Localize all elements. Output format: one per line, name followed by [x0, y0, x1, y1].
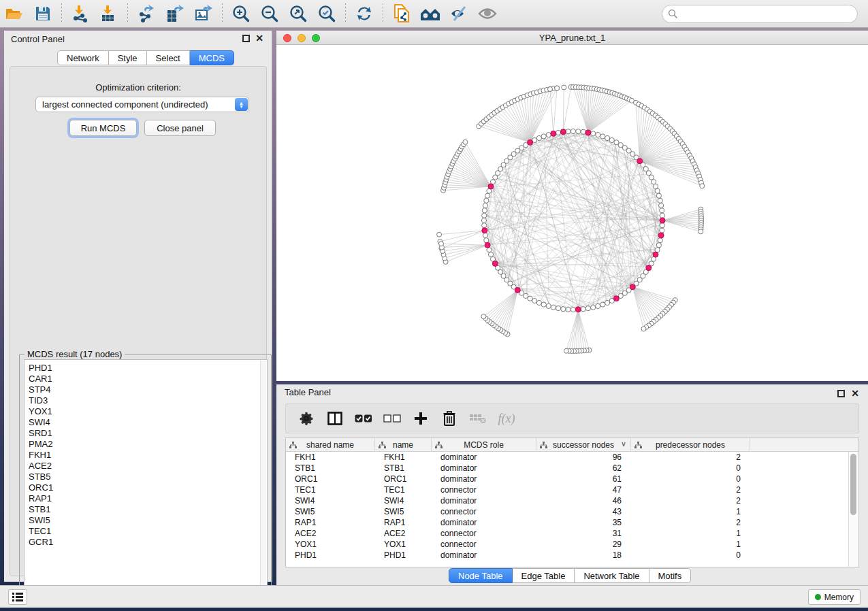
close-table-panel-icon[interactable]: ✕: [851, 388, 859, 399]
column-header-MCDS-role[interactable]: MCDS role: [432, 438, 536, 452]
task-history-button[interactable]: [8, 589, 27, 605]
table-cell: YOX1: [375, 539, 432, 550]
first-neighbors-icon[interactable]: [419, 3, 442, 24]
criterion-dropdown[interactable]: largest connected component (undirected)…: [35, 97, 249, 112]
mcds-result-item[interactable]: TID3: [29, 395, 267, 406]
table-cell: 1: [631, 539, 750, 550]
mcds-result-item[interactable]: PMA2: [29, 439, 267, 450]
table-cell: dominator: [432, 495, 536, 506]
memory-button[interactable]: Memory: [808, 589, 861, 605]
export-network-icon[interactable]: [135, 3, 158, 24]
mcds-result-item[interactable]: SRD1: [29, 428, 267, 439]
import-network-icon[interactable]: [69, 3, 92, 24]
settings-icon[interactable]: [297, 409, 316, 428]
table-row[interactable]: YOX1YOX1connector291: [286, 539, 858, 550]
hide-selected-icon[interactable]: [447, 3, 470, 24]
mcds-result-item[interactable]: SWI4: [29, 417, 267, 428]
toolbar-separator: [61, 3, 62, 24]
mcds-result-item[interactable]: ORC1: [29, 482, 267, 493]
table-row[interactable]: FKH1FKH1dominator962: [286, 452, 858, 463]
mcds-result-item[interactable]: ACE2: [29, 461, 267, 472]
table-row[interactable]: TEC1TEC1connector472: [286, 484, 858, 495]
table-row[interactable]: RAP1RAP1dominator352: [286, 517, 858, 528]
mcds-tab-content: Optimization criterion: largest connecte…: [10, 66, 267, 576]
tab-network[interactable]: Network: [57, 50, 109, 65]
select-all-icon[interactable]: [354, 409, 373, 428]
zoom-fit-icon[interactable]: [287, 3, 310, 24]
mcds-result-item[interactable]: SWI5: [29, 515, 267, 526]
search-input[interactable]: [678, 7, 857, 21]
tab-mcds[interactable]: MCDS: [190, 50, 234, 65]
tab-motifs[interactable]: Motifs: [649, 568, 692, 583]
table-row[interactable]: PHD1PHD1dominator180: [286, 550, 858, 561]
float-table-panel-icon[interactable]: [837, 390, 845, 397]
float-panel-icon[interactable]: [242, 35, 250, 42]
export-table-icon[interactable]: [163, 3, 187, 24]
save-icon[interactable]: [31, 3, 54, 24]
tab-network-table[interactable]: Network Table: [575, 568, 649, 583]
table-cell: connector: [432, 539, 536, 550]
table-cell: 35: [536, 517, 631, 528]
close-panel-icon[interactable]: ✕: [255, 33, 263, 44]
tab-style[interactable]: Style: [109, 50, 147, 65]
table-cell: 43: [536, 506, 631, 517]
add-column-icon[interactable]: [411, 409, 430, 428]
table-cell: SWI5: [286, 506, 375, 517]
mcds-result-item[interactable]: CAR1: [29, 374, 267, 384]
mcds-result-item[interactable]: STP4: [29, 384, 267, 395]
table-scrollbar-thumb[interactable]: [850, 454, 856, 515]
deselect-all-icon[interactable]: [383, 409, 402, 428]
export-image-icon[interactable]: [192, 3, 215, 24]
fx-label: f(x): [498, 412, 515, 426]
table-row[interactable]: ACE2ACE2connector311: [286, 528, 858, 539]
table-panel: Table Panel ✕ f(x) shared namenameMCDS r…: [276, 384, 868, 585]
clone-network-icon[interactable]: [390, 3, 413, 24]
import-table-icon[interactable]: [97, 3, 120, 24]
table-cell: 47: [536, 484, 631, 495]
mcds-list-scrollbar[interactable]: [260, 361, 266, 602]
search-field[interactable]: [662, 5, 858, 23]
mcds-result-list[interactable]: PHD1CAR1STP4TID3YOX1SWI4SRD1PMA2FKH1ACE2…: [24, 359, 268, 602]
mcds-result-item[interactable]: FKH1: [29, 450, 267, 461]
mcds-result-item[interactable]: TEC1: [29, 526, 267, 537]
tab-edge-table[interactable]: Edge Table: [513, 568, 575, 583]
column-header-name[interactable]: name: [375, 438, 432, 452]
table-cell: 2: [631, 452, 750, 463]
zoom-out-icon[interactable]: [258, 3, 281, 24]
mcds-result-item[interactable]: PHD1: [29, 363, 267, 374]
table-scrollbar[interactable]: [848, 452, 858, 567]
network-window-titlebar[interactable]: YPA_prune.txt_1: [276, 31, 868, 45]
table-cell: FKH1: [286, 452, 375, 463]
open-file-icon[interactable]: [3, 3, 26, 24]
table-cell: 0: [631, 463, 750, 474]
table-cell: 29: [536, 539, 631, 550]
close-panel-button[interactable]: Close panel: [144, 120, 216, 136]
refresh-icon[interactable]: [353, 3, 376, 24]
mcds-result-item[interactable]: STB1: [29, 504, 267, 515]
column-header-shared-name[interactable]: shared name: [286, 438, 375, 452]
delete-column-icon[interactable]: [440, 409, 459, 428]
column-header-predecessor-nodes[interactable]: predecessor nodes: [631, 438, 750, 452]
table-cell: connector: [432, 506, 536, 517]
table-row[interactable]: SWI5SWI5connector431: [286, 506, 858, 517]
mcds-result-item[interactable]: YOX1: [29, 406, 267, 417]
column-visibility-icon[interactable]: [325, 409, 344, 428]
table-row[interactable]: ORC1ORC1dominator610: [286, 474, 858, 484]
zoom-in-icon[interactable]: [229, 3, 253, 24]
network-canvas[interactable]: [276, 45, 866, 381]
column-header-successor-nodes[interactable]: successor nodes∨: [536, 438, 631, 452]
run-mcds-button[interactable]: Run MCDS: [69, 120, 137, 136]
table-row[interactable]: SWI4SWI4dominator462: [286, 495, 858, 506]
tab-select[interactable]: Select: [147, 50, 190, 65]
table-row[interactable]: STB1STB1dominator620: [286, 463, 858, 474]
table-panel-title: Table Panel: [285, 387, 331, 397]
table-cell: connector: [432, 484, 536, 495]
show-all-icon[interactable]: [476, 3, 499, 24]
task-list-icon: [12, 593, 23, 601]
mcds-result-item[interactable]: GCR1: [29, 537, 267, 548]
mcds-result-item[interactable]: STB5: [29, 472, 267, 482]
zoom-selected-icon[interactable]: [315, 3, 338, 24]
tab-node-table[interactable]: Node Table: [449, 568, 513, 583]
mcds-result-item[interactable]: RAP1: [29, 493, 267, 504]
search-icon: [668, 9, 678, 19]
